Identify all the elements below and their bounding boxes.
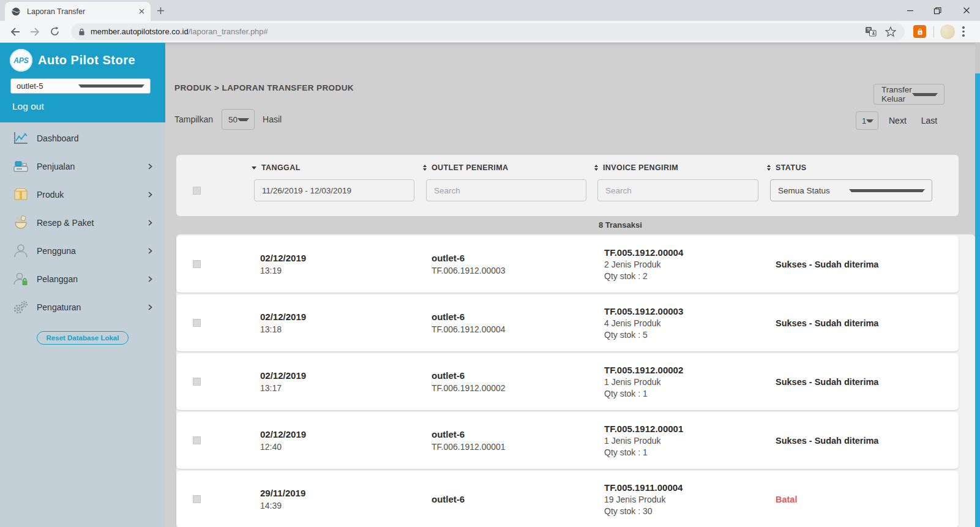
address-bar[interactable]: member.autopilotstore.co.id/laporan_tran… [71,23,905,40]
table-row[interactable]: 02/12/2019 12:40 outlet-6 TF.006.1912.00… [176,412,959,469]
new-tab-button[interactable] [157,6,165,17]
row-invoice-cell: TF.005.1911.00004 19 Jenis Produk Qty st… [604,471,683,527]
column-header-invoice-pengirim[interactable]: INVOICE PENGIRIM [594,163,678,172]
brand-name: Auto Pilot Store [38,53,135,67]
reset-database-button[interactable]: Reset Database Lokal [37,331,129,345]
refresh-icon[interactable] [45,23,64,41]
tab-favicon-globe-icon [11,7,21,17]
page-scrollbar[interactable] [975,43,980,527]
row-outlet-invoice: TF.006.1912.00001 [432,442,506,452]
row-checkbox[interactable] [193,436,201,444]
translate-icon[interactable] [865,26,877,37]
row-date: 02/12/2019 [260,312,306,322]
row-time: 13:17 [260,383,306,393]
browser-tab-bar: Laporan Transfer [0,0,980,21]
customer-bag-icon [12,271,32,287]
column-header-tanggal[interactable]: TANGGAL [252,163,301,172]
outlet-select[interactable]: outlet-5 [10,78,151,94]
row-date-cell: 02/12/2019 13:17 [260,353,306,410]
status-filter-value: Semua Status [778,186,849,195]
table-row[interactable]: 02/12/2019 13:17 outlet-6 TF.006.1912.00… [176,353,959,410]
row-qty-stok: Qty stok : 1 [604,447,683,457]
column-header-outlet-penerima[interactable]: OUTLET PENERIMA [423,163,508,172]
table-row[interactable]: 02/12/2019 13:19 outlet-6 TF.006.1912.00… [176,236,959,293]
chevron-right-icon [147,191,153,198]
row-outlet: outlet-6 [432,429,506,439]
product-box-icon [12,187,32,203]
last-page-link[interactable]: Last [921,116,937,125]
row-status-cell: Batal [776,471,797,527]
forward-icon[interactable] [26,23,44,41]
sidebar-item-dashboard[interactable]: Dashboard [0,124,165,152]
lock-icon [78,28,85,36]
sidebar-item-penjualan[interactable]: Penjualan [0,152,165,181]
column-header-status[interactable]: STATUS [767,163,807,172]
status-filter-select[interactable]: Semua Status [770,179,932,201]
tab-close-icon[interactable] [139,9,144,14]
scrollbar-thumb[interactable] [975,73,980,527]
row-status: Sukses - Sudah diterima [776,436,878,446]
row-date-cell: 02/12/2019 13:19 [260,236,306,293]
bookmark-star-icon[interactable] [885,26,896,37]
row-checkbox[interactable] [193,260,201,268]
window-restore-button[interactable] [924,0,951,21]
column-label: OUTLET PENERIMA [432,163,508,172]
row-outlet-cell: outlet-6 TF.006.1912.00001 [432,412,506,469]
logout-link[interactable]: Log out [12,101,44,112]
sidebar-item-produk[interactable]: Produk [0,181,165,209]
transfer-type-select[interactable]: Transfer Keluar [873,84,944,105]
row-time: 13:19 [260,266,306,275]
browser-menu-icon[interactable] [962,26,965,37]
row-checkbox[interactable] [193,319,201,327]
row-outlet: outlet-6 [432,494,465,504]
row-jenis-produk: 1 Jenis Produk [604,377,683,387]
sort-icon [767,165,771,171]
row-invoice: TF.005.1912.00003 [604,306,683,316]
table-row[interactable]: 29/11/2019 14:39 outlet-6 TF.005.1911.00… [176,471,959,527]
outlet-search-input[interactable] [426,179,586,201]
row-date: 29/11/2019 [260,488,305,498]
profile-avatar[interactable] [940,24,955,39]
sidebar-item-resep-paket[interactable]: Resep & Paket [0,209,165,237]
invoice-search-input[interactable] [597,179,758,201]
table-header-card: TANGGAL OUTLET PENERIMA INVOICE PENGIRIM… [176,155,959,216]
pagination: 1 Next Last [856,111,937,130]
select-all-checkbox[interactable] [193,187,201,195]
row-status: Sukses - Sudah diterima [776,318,878,328]
page-size-select[interactable]: 50 [222,109,255,130]
sidebar: APS Auto Pilot Store outlet-5 Log out Da… [0,43,165,527]
chevron-right-icon [147,304,153,311]
row-jenis-produk: 19 Jenis Produk [604,495,683,504]
row-invoice-cell: TF.005.1912.00004 2 Jenis Produk Qty sto… [604,236,683,293]
table-row[interactable]: 02/12/2019 13:18 outlet-6 TF.006.1912.00… [176,294,959,351]
row-qty-stok: Qty stok : 1 [604,389,683,398]
breadcrumb: PRODUK > LAPORAN TRANSFER PRODUK [174,83,354,92]
page-select[interactable]: 1 [856,111,878,130]
sidebar-item-label: Produk [37,190,64,200]
browser-tab[interactable]: Laporan Transfer [5,2,151,21]
row-outlet: outlet-6 [432,253,506,263]
chevron-down-icon [78,84,145,88]
row-outlet: outlet-6 [432,312,506,322]
sidebar-item-pengguna[interactable]: Pengguna [0,237,165,265]
chevron-right-icon [147,219,153,226]
window-minimize-button[interactable] [896,0,924,21]
row-status: Sukses - Sudah diterima [776,377,878,387]
row-status-cell: Sukses - Sudah diterima [776,236,878,293]
row-invoice-cell: TF.005.1912.00002 1 Jenis Produk Qty sto… [604,353,683,410]
sidebar-item-pelanggan[interactable]: Pelanggan [0,265,165,293]
sidebar-item-pengaturan[interactable]: Pengaturan [0,293,165,321]
outlet-select-value: outlet-5 [17,81,78,91]
row-checkbox[interactable] [193,495,201,503]
row-checkbox[interactable] [193,378,201,386]
transfer-type-value: Transfer Keluar [881,85,912,103]
next-page-link[interactable]: Next [889,116,907,125]
row-outlet: outlet-6 [432,370,506,381]
sort-desc-icon [252,166,256,170]
extension-shopping-bag-icon[interactable]: a [913,25,926,38]
back-icon[interactable] [6,23,24,41]
window-close-button[interactable] [952,0,980,21]
date-range-filter-input[interactable] [254,179,414,201]
page-value: 1 [862,116,866,125]
row-status-cell: Sukses - Sudah diterima [776,412,878,469]
